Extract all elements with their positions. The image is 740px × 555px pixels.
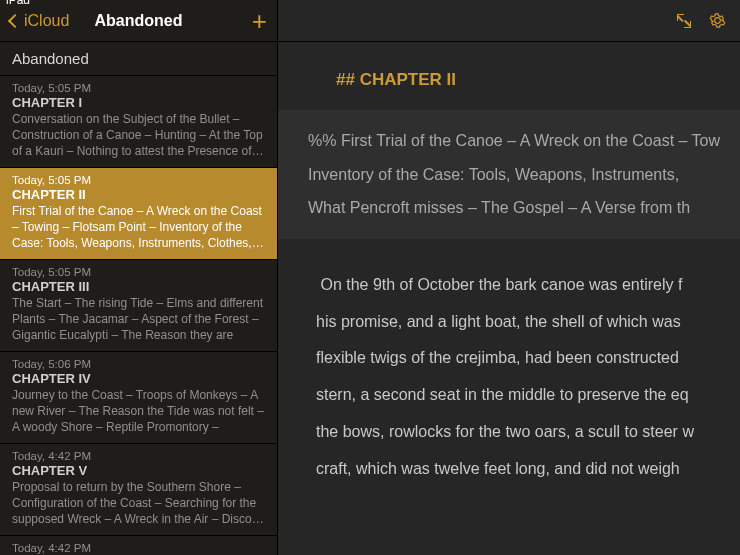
note-body: On the 9th of October the bark canoe was… — [278, 239, 740, 488]
list-item[interactable]: Today, 5:05 PMCHAPTER IIFirst Trial of t… — [0, 168, 277, 260]
note-date: Today, 4:42 PM — [12, 450, 265, 462]
note-date: Today, 5:05 PM — [12, 266, 265, 278]
note-title: CHAPTER V — [12, 463, 265, 478]
note-title: CHAPTER I — [12, 95, 265, 110]
list-item[interactable]: Today, 5:05 PMCHAPTER IConversation on t… — [0, 76, 277, 168]
note-date: Today, 5:06 PM — [12, 358, 265, 370]
note-preview: First Trial of the Canoe – A Wreck on th… — [12, 203, 265, 251]
note-title: CHAPTER IV — [12, 371, 265, 386]
note-preview: Journey to the Coast – Troops of Monkeys… — [12, 387, 265, 435]
note-subtitle: %% First Trial of the Canoe – A Wreck on… — [278, 110, 740, 239]
chevron-left-icon — [8, 13, 22, 27]
note-title: CHAPTER II — [12, 187, 265, 202]
new-note-button[interactable]: + — [252, 8, 267, 34]
note-date: Today, 5:05 PM — [12, 174, 265, 186]
note-preview: Proposal to return by the Southern Shore… — [12, 479, 265, 527]
list-item[interactable]: Today, 5:05 PMCHAPTER IIIThe Start – The… — [0, 260, 277, 352]
note-preview: The Start – The rising Tide – Elms and d… — [12, 295, 265, 343]
note-date: Today, 4:42 PM — [12, 542, 265, 554]
note-list: Today, 5:05 PMCHAPTER IConversation on t… — [0, 76, 277, 555]
sidebar: iCloud Abandoned + Abandoned Today, 5:05… — [0, 0, 278, 555]
list-item[interactable]: Today, 4:42 PMCHAPTER VProposal to retur… — [0, 444, 277, 536]
back-label: iCloud — [24, 12, 69, 30]
back-button[interactable]: iCloud — [10, 12, 69, 30]
editor: ## CHAPTER II %% First Trial of the Cano… — [278, 0, 740, 555]
note-heading: ## CHAPTER II — [278, 42, 740, 110]
folder-label: Abandoned — [0, 42, 277, 76]
note-preview: Conversation on the Subject of the Bulle… — [12, 111, 265, 159]
gear-icon[interactable] — [709, 12, 726, 29]
list-item[interactable]: Today, 4:42 PMCHAPTER VI — [0, 536, 277, 555]
sidebar-title: Abandoned — [95, 12, 183, 30]
fullscreen-icon[interactable] — [677, 14, 691, 28]
list-item[interactable]: Today, 5:06 PMCHAPTER IVJourney to the C… — [0, 352, 277, 444]
note-date: Today, 5:05 PM — [12, 82, 265, 94]
editor-body[interactable]: ## CHAPTER II %% First Trial of the Cano… — [278, 42, 740, 555]
note-title: CHAPTER III — [12, 279, 265, 294]
